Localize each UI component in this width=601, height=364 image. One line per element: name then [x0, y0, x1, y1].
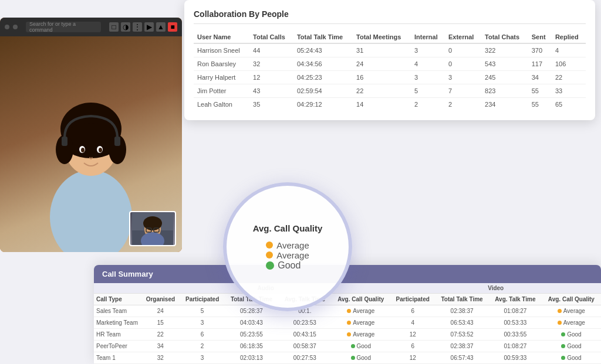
cell-8: 01:08:27 [489, 341, 542, 352]
cell-1: 34 [141, 341, 180, 352]
cell-7: 55 [528, 98, 552, 111]
cell-0: Jim Potter [194, 84, 249, 98]
col-calltype [94, 283, 141, 294]
table-row: Marketing Team15304:03:4300:23:53Average… [94, 317, 601, 329]
quality-badge: Good [351, 343, 371, 349]
table-row: HR Team22605:23:5500:43:15Average1207:53… [94, 329, 601, 341]
cell-9: Good [542, 329, 601, 341]
cell-2: 04:34:56 [293, 57, 353, 71]
cell-2: 5 [180, 305, 225, 317]
icon-btn-2[interactable]: ◑ [121, 22, 130, 32]
cell-5: 0 [445, 57, 481, 71]
cell-1: 15 [141, 317, 180, 329]
cell-8: 106 [552, 57, 586, 71]
cell-8: 00:59:33 [489, 352, 542, 364]
sub-col-7: Total Talk Time [435, 294, 489, 305]
svg-point-9 [81, 148, 85, 152]
cell-0: Sales Team [94, 305, 141, 317]
cell-5: Average [331, 329, 390, 341]
sub-col-1: Organised [141, 294, 180, 305]
cell-2: 04:29:12 [293, 98, 353, 111]
cell-4: 00:23:53 [278, 317, 331, 329]
cell-5: Average [331, 305, 390, 317]
cell-6: 234 [481, 98, 528, 111]
cell-8: 01:08:27 [489, 305, 542, 317]
call-summary-container: Call Summary Audio Video Call TypeOrgani… [94, 265, 601, 364]
cell-4: 3 [411, 43, 445, 57]
cell-3: 24 [353, 57, 411, 71]
quality-badge: Average [347, 331, 374, 338]
sub-col-5: Avg. Call Quality [331, 294, 390, 305]
table-row: Jim Potter4302:59:5422578235533 [194, 84, 586, 98]
sub-col-2: Participated [180, 294, 225, 305]
quality-badge: Good [351, 355, 371, 361]
cell-6: 245 [481, 71, 528, 84]
toolbar-search[interactable]: Search for or type a command [26, 22, 101, 32]
cell-2: 2 [180, 341, 225, 352]
cell-7: 117 [528, 57, 552, 71]
cell-5: Average [331, 317, 390, 329]
cell-3: 05:23:55 [225, 329, 279, 341]
table-row: Harrison Sneel4405:24:4331303223704 [194, 43, 586, 57]
col-sent: Sent [528, 31, 552, 43]
avg-quality-overlay: Avg. Call Quality AverageAverageGood [223, 182, 352, 311]
table-row: Team 132302:03:1300:27:53Good1206:57:430… [94, 352, 601, 364]
icon-btn-3[interactable]: ⋮ [133, 22, 142, 32]
cell-9: Average [542, 305, 601, 317]
video-section-header: Video [390, 283, 601, 294]
cell-1: 24 [141, 305, 180, 317]
cell-6: 4 [390, 317, 435, 329]
cell-6: 6 [390, 341, 435, 352]
cell-0: Team 1 [94, 352, 141, 364]
cell-7: 55 [528, 84, 552, 98]
collab-title: Collaboration By People [194, 9, 586, 24]
search-placeholder: Search for or type a command [29, 21, 97, 33]
sub-col-8: Avg. Talk Time [489, 294, 542, 305]
cell-8: 00:33:55 [489, 329, 542, 341]
table-row: Leah Galton3504:29:1214222345565 [194, 98, 586, 111]
cell-9: Average [542, 317, 601, 329]
col-user-name: User Name [194, 31, 249, 43]
cell-5: 7 [445, 84, 481, 98]
cell-0: Harrison Sneel [194, 43, 249, 57]
cell-2: 05:24:43 [293, 43, 353, 57]
cell-5: 0 [445, 43, 481, 57]
back-icon[interactable] [5, 25, 9, 29]
cell-5: 2 [445, 98, 481, 111]
cell-8: 22 [552, 71, 586, 84]
quality-badge: Average [347, 319, 374, 326]
cell-7: 34 [528, 71, 552, 84]
cell-6: 6 [390, 305, 435, 317]
cell-9: Good [542, 352, 601, 364]
cell-1: 43 [249, 84, 293, 98]
icon-btn-mic[interactable]: ▲ [156, 22, 166, 32]
cell-0: Ron Baarsley [194, 57, 249, 71]
main-video-feed [0, 36, 182, 252]
icon-btn-camera[interactable]: ▶ [144, 22, 154, 32]
svg-point-0 [50, 170, 132, 252]
forward-icon[interactable] [13, 25, 18, 29]
cell-2: 02:59:54 [293, 84, 353, 98]
table-row: Ron Baarsley3204:34:562440543117106 [194, 57, 586, 71]
cell-3: 04:03:43 [225, 317, 279, 329]
icon-btn-end[interactable]: ■ [168, 22, 177, 32]
cell-0: Leah Galton [194, 98, 249, 111]
svg-rect-11 [62, 137, 67, 146]
icon-btn-1[interactable]: □ [109, 22, 119, 32]
svg-rect-12 [114, 137, 120, 146]
cell-4: 3 [411, 71, 445, 84]
col-external: External [445, 31, 481, 43]
cell-2: 04:25:23 [293, 71, 353, 84]
cell-0: HR Team [94, 329, 141, 341]
cell-2: 3 [180, 317, 225, 329]
cell-3: 02:03:13 [225, 352, 279, 364]
cell-1: 22 [141, 329, 180, 341]
cell-0: PeerToPeer [94, 341, 141, 352]
cell-4: 2 [411, 98, 445, 111]
call-toolbar: Search for or type a command □ ◑ ⋮ ▶ ▲ ■ [0, 18, 182, 36]
col-replied: Replied [552, 31, 586, 43]
cell-2: 6 [180, 329, 225, 341]
sub-col-6: Participated [390, 294, 435, 305]
cell-3: 06:18:35 [225, 341, 279, 352]
quality-badge: Good [561, 355, 581, 361]
